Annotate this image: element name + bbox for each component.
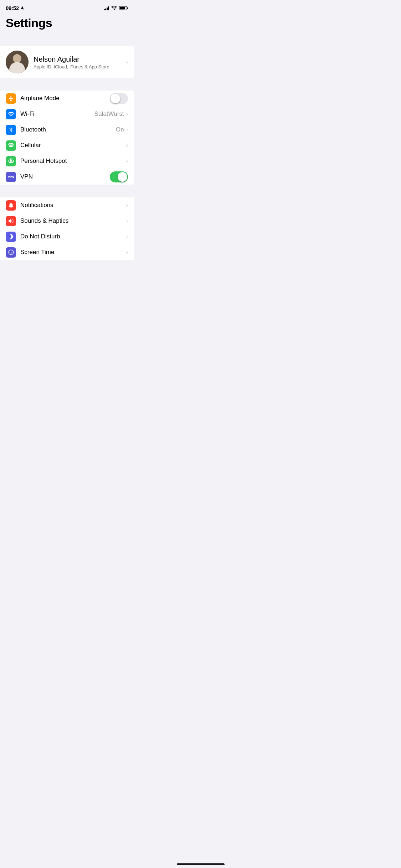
profile-name: Nelson Aguilar xyxy=(34,55,121,63)
notifications-label: Notifications xyxy=(20,202,126,209)
svg-rect-6 xyxy=(10,144,10,147)
svg-marker-0 xyxy=(21,6,24,10)
svg-rect-5 xyxy=(9,145,10,147)
screen-time-label: Screen Time xyxy=(20,249,126,256)
svg-rect-2 xyxy=(127,7,128,9)
settings-row-notifications[interactable]: Notifications › xyxy=(0,197,134,213)
dnd-icon xyxy=(6,232,16,242)
avatar xyxy=(6,51,29,73)
page-header: Settings xyxy=(0,13,134,33)
airplane-mode-toggle-knob xyxy=(110,94,120,103)
avatar-image xyxy=(6,51,29,73)
airplane-mode-icon xyxy=(6,93,16,104)
settings-row-screen-time[interactable]: Screen Time › xyxy=(0,244,134,260)
svg-rect-7 xyxy=(11,144,11,147)
screen-time-icon xyxy=(6,247,16,258)
section-divider-connectivity-bottom xyxy=(0,185,134,197)
wifi-icon xyxy=(6,109,16,119)
bluetooth-icon xyxy=(6,125,16,135)
time-display: 09:52 xyxy=(6,5,19,11)
bottom-spacer xyxy=(0,260,134,278)
sounds-icon xyxy=(6,216,16,226)
status-bar: 09:52 xyxy=(0,0,134,13)
vpn-toggle[interactable] xyxy=(110,171,128,182)
location-icon xyxy=(21,6,24,10)
profile-info: Nelson Aguilar Apple ID, iCloud, iTunes … xyxy=(34,55,121,69)
bluetooth-value: On xyxy=(116,126,124,133)
hotspot-chevron: › xyxy=(126,158,128,164)
wifi-label: Wi-Fi xyxy=(20,110,94,118)
wifi-chevron: › xyxy=(126,111,128,117)
sounds-label: Sounds & Haptics xyxy=(20,217,126,224)
settings-row-dnd[interactable]: Do Not Disturb › xyxy=(0,229,134,244)
connectivity-section: Airplane Mode Wi-Fi SalatWurst › Bluetoo… xyxy=(0,91,134,185)
vpn-label: VPN xyxy=(20,173,110,180)
dnd-label: Do Not Disturb xyxy=(20,233,126,240)
screen-time-chevron: › xyxy=(126,249,128,255)
svg-rect-3 xyxy=(120,7,125,9)
settings-row-vpn[interactable]: VPN VPN xyxy=(0,169,134,185)
svg-rect-8 xyxy=(11,144,12,147)
profile-row[interactable]: Nelson Aguilar Apple ID, iCloud, iTunes … xyxy=(0,46,134,78)
profile-chevron: › xyxy=(126,59,128,65)
settings-row-hotspot[interactable]: Personal Hotspot › xyxy=(0,153,134,169)
settings-row-cellular[interactable]: Cellular › xyxy=(0,138,134,153)
svg-rect-9 xyxy=(12,145,13,147)
status-time: 09:52 xyxy=(6,5,24,11)
vpn-toggle-knob xyxy=(118,172,127,182)
section-divider-profile-bottom xyxy=(0,78,134,91)
notifications-icon xyxy=(6,200,16,211)
vpn-icon: VPN xyxy=(6,172,16,182)
airplane-mode-toggle[interactable] xyxy=(110,93,128,104)
section-divider-profile-top xyxy=(0,33,134,46)
bluetooth-label: Bluetooth xyxy=(20,126,116,133)
notifications-chevron: › xyxy=(126,202,128,208)
wifi-value: SalatWurst xyxy=(94,110,124,118)
settings-row-airplane-mode[interactable]: Airplane Mode xyxy=(0,91,134,106)
airplane-mode-label: Airplane Mode xyxy=(20,95,110,102)
hotspot-icon xyxy=(6,156,16,166)
profile-subtitle: Apple ID, iCloud, iTunes & App Store xyxy=(34,64,121,69)
profile-section: Nelson Aguilar Apple ID, iCloud, iTunes … xyxy=(0,46,134,78)
page-title: Settings xyxy=(6,16,128,30)
sounds-chevron: › xyxy=(126,218,128,224)
cellular-chevron: › xyxy=(126,142,128,149)
bluetooth-chevron: › xyxy=(126,126,128,133)
settings-row-sounds[interactable]: Sounds & Haptics › xyxy=(0,213,134,229)
settings-row-bluetooth[interactable]: Bluetooth On › xyxy=(0,122,134,138)
hotspot-label: Personal Hotspot xyxy=(20,157,126,165)
dnd-chevron: › xyxy=(126,233,128,240)
battery-icon xyxy=(119,6,128,10)
notifications-section: Notifications › Sounds & Haptics › Do No… xyxy=(0,197,134,260)
cellular-label: Cellular xyxy=(20,142,126,149)
settings-row-wifi[interactable]: Wi-Fi SalatWurst › xyxy=(0,106,134,122)
cellular-icon xyxy=(6,140,16,151)
signal-icon xyxy=(104,6,109,10)
status-icons xyxy=(104,6,128,10)
wifi-status-icon xyxy=(111,6,117,10)
